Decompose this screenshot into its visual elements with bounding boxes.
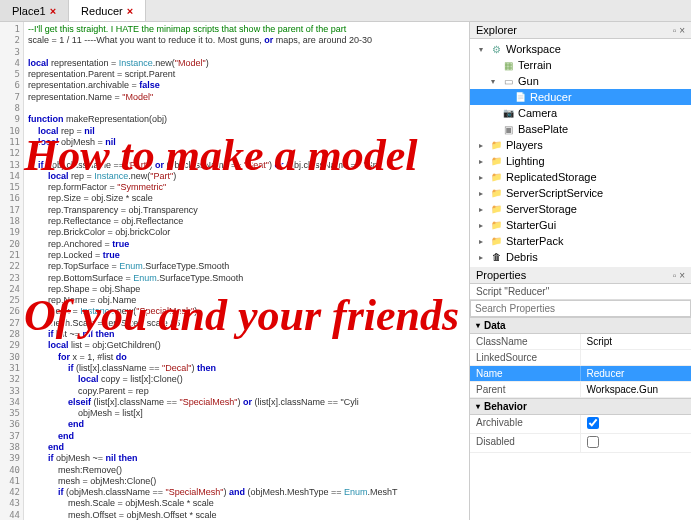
- tree-item-starterpack[interactable]: ▸StarterPack: [470, 233, 691, 249]
- prop-row-classname[interactable]: ClassNameScript: [470, 334, 691, 350]
- close-icon[interactable]: ×: [127, 5, 133, 17]
- chevron-down-icon: ▾: [476, 321, 480, 330]
- prop-name: Disabled: [470, 434, 581, 452]
- tab-label: Reducer: [81, 5, 123, 17]
- tab-place1[interactable]: Place1 ×: [0, 0, 69, 21]
- folder-icon: [489, 138, 503, 152]
- tree-item-debris[interactable]: ▸Debris: [470, 249, 691, 265]
- folder-icon: [489, 154, 503, 168]
- properties-subtitle: Script "Reducer": [470, 284, 691, 300]
- prop-value[interactable]: Workspace.Gun: [581, 382, 692, 397]
- tree-twisty[interactable]: ▸: [476, 237, 486, 246]
- checkbox[interactable]: [587, 417, 599, 429]
- code-area[interactable]: --I'll get this straight. I HATE the min…: [24, 22, 469, 520]
- prop-row-disabled[interactable]: Disabled: [470, 434, 691, 453]
- tree-item-serverstorage[interactable]: ▸ServerStorage: [470, 201, 691, 217]
- prop-row-archivable[interactable]: Archivable: [470, 415, 691, 434]
- chevron-down-icon: ▾: [476, 402, 480, 411]
- tree-label: ServerStorage: [506, 203, 577, 215]
- tree-item-workspace[interactable]: ▾Workspace: [470, 41, 691, 57]
- tree-label: ServerScriptService: [506, 187, 603, 199]
- tree-item-players[interactable]: ▸Players: [470, 137, 691, 153]
- tree-item-terrain[interactable]: Terrain: [470, 57, 691, 73]
- line-gutter: 1234567891011121314151617181920212223242…: [0, 22, 24, 520]
- tree-twisty[interactable]: ▸: [476, 205, 486, 214]
- tab-label: Place1: [12, 5, 46, 17]
- tree-item-lighting[interactable]: ▸Lighting: [470, 153, 691, 169]
- prop-name: Parent: [470, 382, 581, 397]
- tree-label: StarterPack: [506, 235, 563, 247]
- tree-item-reducer[interactable]: Reducer: [470, 89, 691, 105]
- scr-icon: [513, 90, 527, 104]
- tree-item-gun[interactable]: ▾Gun: [470, 73, 691, 89]
- prop-value[interactable]: [581, 415, 692, 433]
- tree-twisty[interactable]: ▸: [476, 221, 486, 230]
- tree-label: BasePlate: [518, 123, 568, 135]
- tree-twisty[interactable]: ▸: [476, 157, 486, 166]
- cam-icon: [501, 106, 515, 120]
- tree-label: Terrain: [518, 59, 552, 71]
- properties-panel: Script "Reducer" ▾DataClassNameScriptLin…: [470, 284, 691, 520]
- tree-twisty[interactable]: ▾: [476, 45, 486, 54]
- tree-label: StarterGui: [506, 219, 556, 231]
- explorer-tree[interactable]: ▾WorkspaceTerrain▾GunReducerCameraBasePl…: [470, 39, 691, 267]
- tree-label: Workspace: [506, 43, 561, 55]
- prop-value[interactable]: [581, 434, 692, 452]
- prop-value[interactable]: Script: [581, 334, 692, 349]
- tree-twisty[interactable]: ▸: [476, 189, 486, 198]
- prop-row-name[interactable]: NameReducer: [470, 366, 691, 382]
- tree-twisty[interactable]: ▸: [476, 173, 486, 182]
- tree-item-replicatedstorage[interactable]: ▸ReplicatedStorage: [470, 169, 691, 185]
- prop-name: ClassName: [470, 334, 581, 349]
- debris-icon: [489, 250, 503, 264]
- mdl-icon: [501, 74, 515, 88]
- folder-icon: [489, 186, 503, 200]
- panel-controls[interactable]: ▫ ×: [673, 25, 685, 36]
- terr-icon: [501, 58, 515, 72]
- tree-label: Debris: [506, 251, 538, 263]
- tab-reducer[interactable]: Reducer ×: [69, 0, 146, 21]
- part-icon: [501, 122, 515, 136]
- panel-controls[interactable]: ▫ ×: [673, 270, 685, 281]
- checkbox[interactable]: [587, 436, 599, 448]
- tree-twisty[interactable]: ▾: [488, 77, 498, 86]
- tree-item-startergui[interactable]: ▸StarterGui: [470, 217, 691, 233]
- tree-label: Gun: [518, 75, 539, 87]
- tree-label: Players: [506, 139, 543, 151]
- tab-bar: Place1 × Reducer ×: [0, 0, 691, 22]
- folder-icon: [489, 170, 503, 184]
- prop-row-linkedsource[interactable]: LinkedSource: [470, 350, 691, 366]
- ws-icon: [489, 42, 503, 56]
- tree-item-baseplate[interactable]: BasePlate: [470, 121, 691, 137]
- folder-icon: [489, 202, 503, 216]
- folder-icon: [489, 234, 503, 248]
- tree-item-serverscriptservice[interactable]: ▸ServerScriptService: [470, 185, 691, 201]
- folder-icon: [489, 218, 503, 232]
- close-icon[interactable]: ×: [50, 5, 56, 17]
- tree-twisty[interactable]: ▸: [476, 253, 486, 262]
- prop-name: Name: [470, 366, 581, 381]
- tree-label: ReplicatedStorage: [506, 171, 597, 183]
- properties-search-input[interactable]: [470, 300, 691, 317]
- prop-category-behavior[interactable]: ▾Behavior: [470, 398, 691, 415]
- script-editor[interactable]: 1234567891011121314151617181920212223242…: [0, 22, 469, 520]
- prop-value[interactable]: Reducer: [581, 366, 692, 381]
- prop-row-parent[interactable]: ParentWorkspace.Gun: [470, 382, 691, 398]
- tree-item-camera[interactable]: Camera: [470, 105, 691, 121]
- prop-name: Archivable: [470, 415, 581, 433]
- prop-name: LinkedSource: [470, 350, 581, 365]
- tree-label: Lighting: [506, 155, 545, 167]
- prop-value[interactable]: [581, 350, 692, 365]
- tree-label: Camera: [518, 107, 557, 119]
- properties-title: Properties ▫ ×: [470, 267, 691, 284]
- tree-twisty[interactable]: ▸: [476, 141, 486, 150]
- prop-category-data[interactable]: ▾Data: [470, 317, 691, 334]
- tree-label: Reducer: [530, 91, 572, 103]
- explorer-title: Explorer ▫ ×: [470, 22, 691, 39]
